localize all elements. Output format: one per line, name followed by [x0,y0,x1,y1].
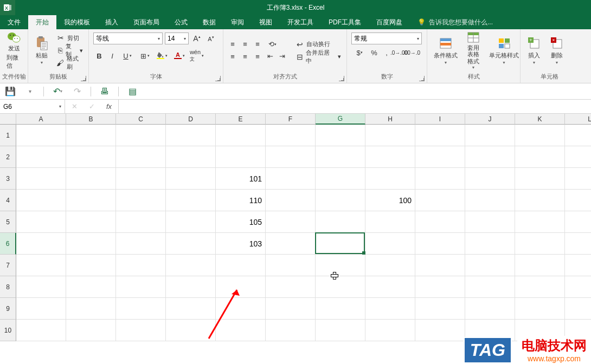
merge-center-button[interactable]: ⊟合并后居中▾ [293,51,343,63]
customize-qat-button[interactable]: ▾ [24,86,36,98]
dialog-launcher-icon[interactable] [419,76,425,81]
cell[interactable] [16,168,66,190]
cell[interactable] [515,276,565,298]
row-header[interactable]: 6 [0,233,16,255]
cell[interactable] [266,146,316,168]
cell[interactable] [266,211,316,233]
name-box[interactable]: ▾ [0,100,65,113]
cell[interactable]: 110 [216,190,266,211]
row-header[interactable]: 8 [0,276,16,298]
row-header[interactable]: 3 [0,168,16,190]
cell[interactable] [166,190,216,211]
send-to-wechat-button[interactable]: 发送 到微信 [3,31,24,69]
cell[interactable] [166,168,216,190]
cell[interactable] [66,255,116,276]
column-header[interactable]: K [515,114,565,125]
cell[interactable] [216,125,266,146]
cell[interactable] [465,146,515,168]
font-size-combo[interactable]: 14▾ [165,32,189,44]
undo-button[interactable]: ↶▾ [52,86,63,98]
cell[interactable] [316,276,365,298]
cell[interactable] [166,146,216,168]
cell[interactable] [565,190,591,211]
align-top-button[interactable]: ≡ [227,38,239,50]
format-painter-button[interactable]: 🖌格式刷 [54,57,85,69]
cell[interactable] [465,168,515,190]
border-button[interactable]: ⊞▾ [137,50,153,62]
cell[interactable] [266,320,316,341]
cell[interactable]: 100 [365,190,415,211]
cell[interactable] [116,125,166,146]
cell[interactable]: 103 [216,233,266,255]
cell[interactable] [266,255,316,276]
column-header[interactable]: B [66,114,116,125]
print-preview-button[interactable]: 🖶 [99,86,111,98]
cell[interactable] [266,276,316,298]
tab-视图[interactable]: 视图 [252,15,280,29]
cancel-formula-button[interactable]: ✕ [68,101,80,113]
increase-indent-button[interactable]: ⇥ [276,50,288,62]
cell[interactable] [415,211,465,233]
cell[interactable] [16,211,66,233]
cell[interactable] [515,211,565,233]
cell[interactable] [16,298,66,320]
tell-me-search[interactable]: 💡告诉我您想要做什么... [410,15,493,29]
redo-button[interactable]: ↷ [71,86,83,98]
formula-input[interactable] [119,100,591,113]
cell[interactable] [16,125,66,146]
delete-cells-button[interactable]: × 删除▼ [547,31,567,69]
cell[interactable] [515,255,565,276]
cell[interactable] [66,298,116,320]
cell[interactable] [216,320,266,341]
column-header[interactable]: H [365,114,415,125]
cell[interactable] [316,255,365,276]
cell[interactable] [515,298,565,320]
tab-开始[interactable]: 开始 [28,15,56,29]
cell[interactable] [16,146,66,168]
cell[interactable] [66,146,116,168]
cell[interactable] [415,233,465,255]
align-bottom-button[interactable]: ≡ [252,38,264,50]
font-name-combo[interactable]: 等线▾ [93,32,163,44]
cell[interactable] [465,255,515,276]
cell[interactable] [216,255,266,276]
column-header[interactable]: A [16,114,66,125]
row-header[interactable]: 10 [0,320,16,341]
cell[interactable] [565,168,591,190]
cell[interactable] [116,233,166,255]
dialog-launcher-icon[interactable] [81,76,86,81]
cell[interactable] [216,146,266,168]
cell[interactable] [266,168,316,190]
cell[interactable] [515,125,565,146]
orientation-button[interactable]: ⟲▾ [264,38,280,50]
cell[interactable] [415,190,465,211]
cell[interactable] [166,211,216,233]
fill-color-button[interactable]: ▾ [154,50,170,62]
cell[interactable] [316,233,365,255]
italic-button[interactable]: I [106,50,118,62]
column-header[interactable]: J [465,114,515,125]
cell[interactable] [66,276,116,298]
row-header[interactable]: 1 [0,125,16,146]
cell[interactable] [465,298,515,320]
increase-font-button[interactable]: A▴ [191,32,203,44]
cell[interactable] [565,298,591,320]
cell[interactable] [16,320,66,341]
cell[interactable] [515,233,565,255]
tab-PDF工具集[interactable]: PDF工具集 [321,15,369,29]
cell[interactable] [16,190,66,211]
cell[interactable] [66,211,116,233]
cell[interactable] [316,190,365,211]
column-header[interactable]: G [316,114,365,125]
enter-formula-button[interactable]: ✓ [86,101,98,113]
cell[interactable]: 101 [216,168,266,190]
cell[interactable] [266,233,316,255]
tab-我的模板[interactable]: 我的模板 [56,15,98,29]
tab-百度网盘[interactable]: 百度网盘 [369,15,410,29]
cell[interactable] [465,211,515,233]
cell[interactable] [365,211,415,233]
cell[interactable] [316,146,365,168]
cell[interactable] [415,276,465,298]
cell[interactable] [465,276,515,298]
cell[interactable] [415,255,465,276]
